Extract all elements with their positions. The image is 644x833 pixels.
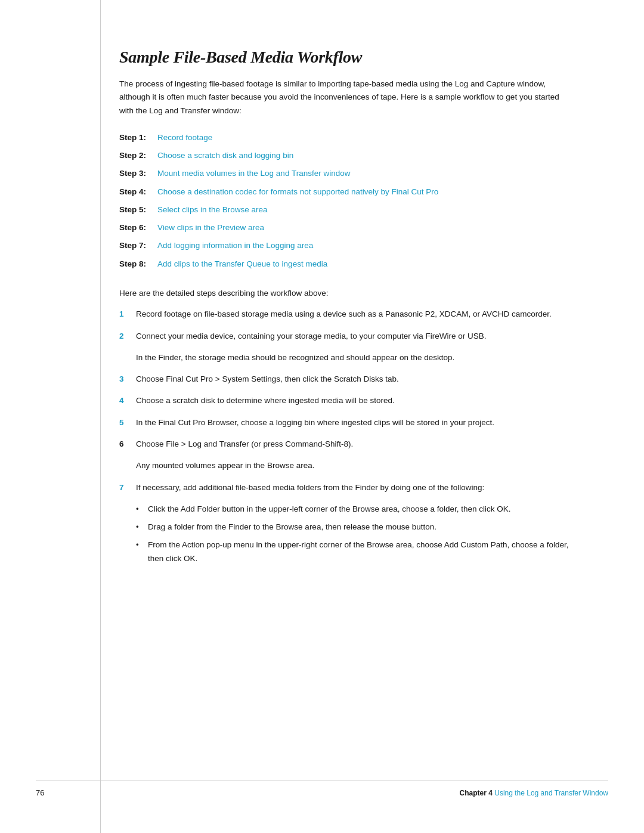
- step-item: Step 3:Mount media volumes in the Log an…: [119, 168, 572, 179]
- step-label: Step 6:: [119, 222, 155, 234]
- bullet-list: Click the Add Folder button in the upper…: [136, 503, 572, 565]
- step-item: Step 6:View clips in the Preview area: [119, 222, 572, 234]
- step-label: Step 2:: [119, 150, 155, 162]
- numbered-list: 1Record footage on file-based storage me…: [119, 308, 572, 494]
- step-label: Step 1:: [119, 132, 155, 144]
- step-link[interactable]: Mount media volumes in the Log and Trans…: [157, 168, 350, 179]
- page: Sample File-Based Media Workflow The pro…: [0, 0, 644, 833]
- left-rule: [100, 0, 101, 833]
- step-link[interactable]: Choose a scratch disk and logging bin: [157, 150, 293, 162]
- step-list: Step 1:Record footageStep 2:Choose a scr…: [119, 132, 572, 270]
- step-label: Step 3:: [119, 168, 155, 179]
- item-number: 3: [119, 373, 131, 386]
- item-text: Choose a scratch disk to determine where…: [136, 394, 572, 407]
- numbered-item: 4Choose a scratch disk to determine wher…: [119, 394, 572, 407]
- content-area: Sample File-Based Media Workflow The pro…: [119, 48, 572, 757]
- footer-chapter-title-text: Using the Log and Transfer Window: [494, 789, 608, 797]
- item-number: 7: [119, 481, 131, 494]
- item-number: 1: [119, 308, 131, 321]
- step-label: Step 4:: [119, 186, 155, 198]
- numbered-item: 7If necessary, add additional file-based…: [119, 481, 572, 494]
- footer-page-number: 76: [36, 788, 44, 797]
- step-item: Step 7:Add logging information in the Lo…: [119, 240, 572, 252]
- item-text: In the Final Cut Pro Browser, choose a l…: [136, 416, 572, 429]
- step-item: Step 8:Add clips to the Transfer Queue t…: [119, 258, 572, 270]
- step-item: Step 2:Choose a scratch disk and logging…: [119, 150, 572, 162]
- item-number: 2: [119, 330, 131, 343]
- numbered-item: 2Connect your media device, containing y…: [119, 330, 572, 343]
- footer: 76 Chapter 4 Using the Log and Transfer …: [36, 781, 608, 797]
- step-link[interactable]: Add logging information in the Logging a…: [157, 240, 313, 252]
- item-text: If necessary, add additional file-based …: [136, 481, 572, 494]
- footer-chapter-label: Chapter 4: [460, 789, 493, 797]
- step-link[interactable]: Choose a destination codec for formats n…: [157, 186, 438, 198]
- page-title: Sample File-Based Media Workflow: [119, 48, 572, 67]
- step-label: Step 5:: [119, 204, 155, 216]
- bullet-item: Drag a folder from the Finder to the Bro…: [136, 521, 572, 534]
- step-item: Step 5:Select clips in the Browse area: [119, 204, 572, 216]
- item-number: 5: [119, 416, 131, 429]
- item-number: 4: [119, 394, 131, 407]
- item-text: Choose File > Log and Transfer (or press…: [136, 438, 572, 451]
- item-text: Connect your media device, containing yo…: [136, 330, 572, 343]
- footer-chapter-text: Chapter 4 Using the Log and Transfer Win…: [460, 789, 608, 797]
- steps-intro: Here are the detailed steps describing t…: [119, 287, 572, 300]
- footer-chapter-info: Chapter 4 Using the Log and Transfer Win…: [436, 788, 608, 797]
- step-link[interactable]: Add clips to the Transfer Queue to inges…: [157, 258, 327, 270]
- item-text: Record footage on file-based storage med…: [136, 308, 572, 321]
- step-item: Step 1:Record footage: [119, 132, 572, 144]
- sub-note: In the Finder, the storage media should …: [136, 351, 572, 364]
- step-item: Step 4:Choose a destination codec for fo…: [119, 186, 572, 198]
- step-link[interactable]: Record footage: [157, 132, 212, 144]
- footer-left: 76: [36, 788, 44, 797]
- item-text: Choose Final Cut Pro > System Settings, …: [136, 373, 572, 386]
- bullet-item: From the Action pop-up menu in the upper…: [136, 538, 572, 565]
- numbered-item: 5In the Final Cut Pro Browser, choose a …: [119, 416, 572, 429]
- step-label: Step 7:: [119, 240, 155, 252]
- numbered-item: 1Record footage on file-based storage me…: [119, 308, 572, 321]
- step-link[interactable]: Select clips in the Browse area: [157, 204, 268, 216]
- bullet-item: Click the Add Folder button in the upper…: [136, 503, 572, 516]
- numbered-item: 3Choose Final Cut Pro > System Settings,…: [119, 373, 572, 386]
- item-number: 6: [119, 438, 131, 451]
- step-link[interactable]: View clips in the Preview area: [157, 222, 264, 234]
- sub-note: Any mounted volumes appear in the Browse…: [136, 459, 572, 472]
- numbered-item: 6Choose File > Log and Transfer (or pres…: [119, 438, 572, 451]
- intro-paragraph: The process of ingesting file-based foot…: [119, 78, 572, 117]
- step-label: Step 8:: [119, 258, 155, 270]
